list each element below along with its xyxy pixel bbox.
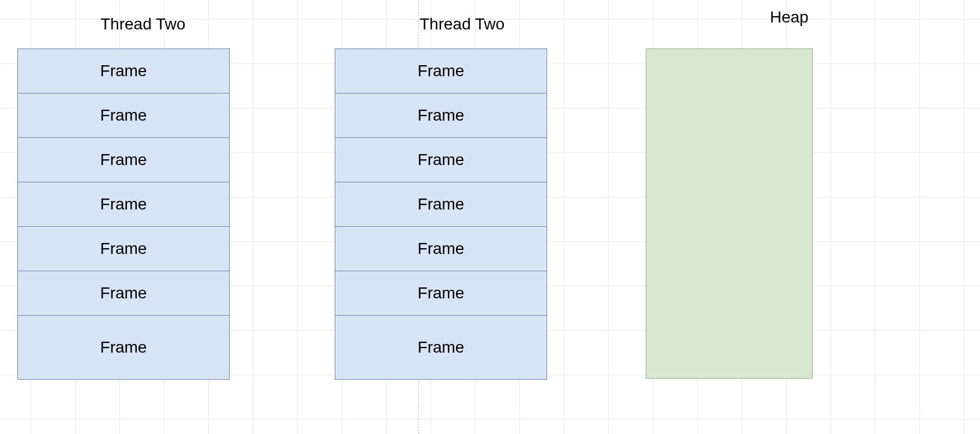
stack-frame: Frame: [18, 138, 229, 182]
stack-frame: Frame: [18, 49, 229, 93]
stack-frame: Frame: [335, 138, 547, 182]
thread-two-title: Thread Two: [420, 15, 504, 33]
stack-frame: Frame: [335, 271, 547, 316]
stack-frame: Frame: [335, 227, 547, 271]
stack-frame: Frame: [18, 93, 229, 138]
stack-frame: Frame: [18, 316, 229, 379]
stack-frame: Frame: [335, 316, 547, 379]
thread-two-stack: Frame Frame Frame Frame Frame Frame Fram…: [335, 48, 547, 380]
stack-frame: Frame: [18, 271, 229, 316]
thread-one-stack: Frame Frame Frame Frame Frame Frame Fram…: [17, 48, 230, 380]
stack-frame: Frame: [18, 182, 229, 227]
stack-frame: Frame: [18, 227, 229, 271]
heap-box: [646, 48, 813, 379]
heap-title: Heap: [770, 8, 809, 27]
stack-frame: Frame: [335, 49, 547, 93]
stack-frame: Frame: [335, 182, 547, 227]
thread-one-title: Thread Two: [100, 15, 185, 33]
stack-frame: Frame: [335, 93, 547, 138]
